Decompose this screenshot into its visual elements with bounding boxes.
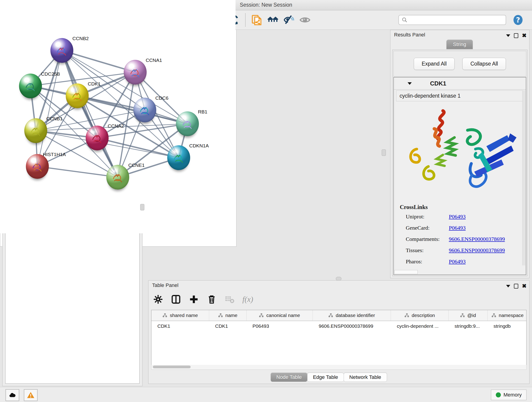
network-node-CDK1[interactable] (66, 83, 89, 108)
column-header-@id[interactable]: @id (449, 310, 488, 321)
network-node-CDC6[interactable] (133, 98, 156, 122)
crosslinks-heading: CrossLinks (400, 204, 519, 211)
cloud-button[interactable] (6, 389, 19, 401)
svg-text:?: ? (516, 16, 520, 24)
show-columns-icon[interactable] (171, 294, 181, 304)
search-icon (402, 17, 408, 23)
column-header-database-identifier[interactable]: database identifier (313, 310, 391, 321)
column-header-namespace[interactable]: namespace (488, 310, 526, 321)
network-node-CCNA2[interactable] (86, 126, 109, 150)
left-splitter-handle[interactable] (140, 204, 144, 211)
collapse-all-button[interactable]: Collapse All (462, 58, 506, 70)
protein-structure-image (399, 103, 522, 201)
table-cell[interactable]: CDK1 (209, 323, 247, 329)
table-cell[interactable]: 9606.ENSP00000378699 (313, 323, 391, 329)
column-header-shared-name[interactable]: shared name (152, 310, 209, 321)
network-node-CCNE1[interactable] (106, 165, 129, 190)
node-table[interactable]: shared namenamecanonical namedatabase id… (151, 310, 526, 365)
string-home-icon[interactable] (266, 13, 279, 26)
help-icon[interactable]: ? (512, 13, 525, 26)
crosslink-row: Uniprot:P06493 (406, 214, 519, 220)
table-row[interactable]: CDK1CDK1P064939606.ENSP00000378699cyclin… (152, 321, 526, 331)
warnings-button[interactable] (24, 389, 38, 401)
column-type-icon (404, 313, 409, 318)
collapse-entry-icon[interactable] (408, 82, 412, 85)
crosslink-link[interactable]: 9606.ENSP00000378699 (449, 236, 505, 242)
protein-thumbnail (137, 103, 153, 119)
close-panel-icon[interactable]: ✖ (522, 283, 526, 289)
table-options-gear-icon[interactable] (153, 294, 163, 304)
network-node-CDC25B[interactable] (19, 74, 42, 98)
cytoscape-window: Session: New Session (0, 0, 532, 402)
memory-status-icon (496, 392, 501, 397)
network-canvas[interactable]: CCNB2CCNA1CDC25BCDK1CDC6RB1CCNB1CCNA2CDK… (0, 0, 235, 233)
search-field[interactable] (399, 15, 506, 25)
protein-thumbnail (22, 79, 39, 95)
network-from-clipboard-icon[interactable] (250, 13, 263, 26)
network-node-CCNA1[interactable] (124, 60, 147, 85)
crosslink-row: Tissues:9606.ENSP00000378699 (406, 247, 519, 254)
node-result-name: CDK1 (430, 80, 446, 87)
bottom-splitter-handle[interactable] (336, 277, 341, 281)
float-panel-icon[interactable] (514, 33, 518, 38)
network-edge[interactable] (62, 51, 118, 177)
cloud-icon (8, 391, 16, 399)
column-header-canonical-name[interactable]: canonical name (247, 310, 313, 321)
network-node-CDKN1A[interactable] (167, 145, 190, 170)
network-edge[interactable] (37, 166, 118, 177)
tab-edge-table[interactable]: Edge Table (307, 373, 344, 382)
results-vertical-scrollbar[interactable] (522, 90, 525, 265)
node-label-HIST1H1A: HIST1H1A (43, 152, 66, 157)
crosslink-link[interactable]: P06493 (449, 259, 466, 265)
protein-thumbnail (109, 170, 126, 186)
crosslink-link[interactable]: 9606.ENSP00000378699 (449, 247, 505, 254)
crosslink-row: GeneCard:P06493 (406, 225, 519, 231)
tab-node-table[interactable]: Node Table (271, 373, 307, 382)
protein-thumbnail (69, 89, 85, 105)
function-builder-icon: f(x) (242, 295, 253, 304)
table-horizontal-scrollbar[interactable] (151, 365, 526, 370)
network-edge[interactable] (37, 51, 62, 166)
delete-table-icon (225, 294, 234, 304)
network-edges (0, 0, 235, 233)
crosslink-row: Compartments:9606.ENSP00000378699 (406, 236, 519, 242)
table-panel-title: Table Panel (152, 282, 178, 288)
node-label-CDC25B: CDC25B (41, 71, 60, 77)
network-node-RB1[interactable] (176, 111, 199, 136)
memory-button[interactable]: Memory (491, 390, 526, 400)
float-panel-icon[interactable] (514, 284, 518, 288)
tab-string[interactable]: String (446, 40, 473, 49)
table-cell[interactable]: stringdb (488, 323, 526, 329)
results-horizontal-scrollbar[interactable] (394, 270, 418, 274)
protein-thumbnail (127, 65, 143, 81)
table-cell[interactable]: stringdb:9... (449, 323, 488, 329)
network-node-HIST1H1A[interactable] (26, 154, 49, 179)
table-cell[interactable]: cyclin-dependent ... (391, 323, 449, 329)
column-header-description[interactable]: description (391, 310, 449, 321)
table-cell[interactable]: CDK1 (152, 323, 209, 329)
protein-thumbnail (27, 123, 44, 140)
panel-menu-icon[interactable] (506, 34, 510, 37)
node-result-header[interactable]: CDK1 (394, 77, 526, 89)
create-column-icon[interactable] (189, 294, 199, 304)
network-node-CCNB1[interactable] (24, 118, 47, 143)
crosslink-label: GeneCard: (406, 225, 449, 231)
hide-unhide-icon[interactable] (283, 13, 295, 26)
right-splitter-handle[interactable] (382, 149, 386, 156)
table-cell[interactable]: P06493 (247, 323, 313, 329)
search-input[interactable] (408, 17, 503, 23)
column-header-name[interactable]: name (209, 310, 247, 321)
delete-column-icon[interactable] (207, 294, 217, 304)
tab-network-table[interactable]: Network Table (344, 373, 387, 382)
column-type-icon (218, 313, 223, 318)
close-panel-icon[interactable]: ✖ (522, 33, 526, 38)
network-node-CCNB2[interactable] (51, 38, 73, 63)
memory-label: Memory (504, 392, 522, 398)
column-type-icon (460, 313, 465, 318)
node-label-CCNE1: CCNE1 (128, 162, 145, 168)
panel-menu-icon[interactable] (506, 285, 510, 287)
expand-all-button[interactable]: Expand All (414, 58, 455, 70)
crosslink-link[interactable]: P06493 (449, 214, 466, 220)
node-label-CDKN1A: CDKN1A (189, 143, 209, 148)
crosslink-link[interactable]: P06493 (449, 225, 466, 231)
